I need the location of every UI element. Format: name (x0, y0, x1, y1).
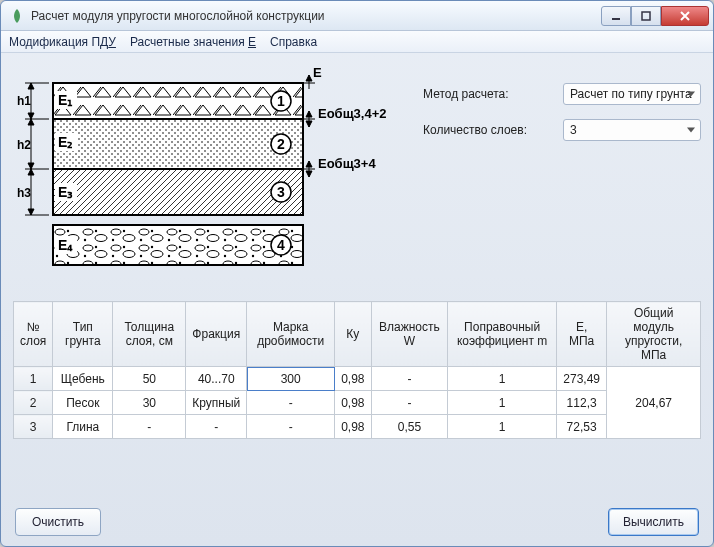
method-label: Метод расчета: (423, 87, 553, 101)
cell-thickness[interactable]: 50 (113, 367, 186, 391)
button-row: Очистить Вычислить (13, 504, 701, 536)
svg-text:4: 4 (277, 237, 285, 253)
svg-rect-15 (53, 83, 303, 119)
col-coeff: Поправочный коэффициент m (448, 302, 557, 367)
col-thickness: Толщина слоя, см (113, 302, 186, 367)
cell-e[interactable]: 112,3 (556, 391, 606, 415)
table-row: 1 Щебень 50 40...70 300 0,98 - 1 273,49 … (14, 367, 701, 391)
layers-value: 3 (570, 123, 577, 137)
cell-e[interactable]: 273,49 (556, 367, 606, 391)
app-icon (9, 8, 25, 24)
cell-coeff[interactable]: 1 (448, 367, 557, 391)
cell-moisture[interactable]: - (371, 391, 448, 415)
svg-text:3: 3 (277, 184, 285, 200)
cell-thickness[interactable]: - (113, 415, 186, 439)
clear-button[interactable]: Очистить (15, 508, 101, 536)
window-controls (601, 6, 709, 26)
col-crush: Марка дробимости (247, 302, 335, 367)
svg-rect-18 (53, 225, 303, 265)
top-area: Е Еобщ3,4+2 Еобщ3+4 1 2 3 (13, 63, 701, 293)
col-e: Е, МПа (556, 302, 606, 367)
client-area: Е Еобщ3,4+2 Еобщ3+4 1 2 3 (1, 53, 713, 546)
app-window: Расчет модуля упругости многослойной кон… (0, 0, 714, 547)
chevron-down-icon (687, 128, 695, 133)
svg-rect-17 (53, 169, 303, 215)
svg-text:1: 1 (277, 93, 285, 109)
menubar: Модификация ПДУ Расчетные значения Е Спр… (1, 31, 713, 53)
cell-type[interactable]: Щебень (53, 367, 113, 391)
cell-coeff[interactable]: 1 (448, 391, 557, 415)
cell-num: 3 (14, 415, 53, 439)
svg-text:h1: h1 (17, 94, 31, 108)
layers-table: № слоя Тип грунта Толщина слоя, см Фракц… (13, 301, 701, 439)
svg-text:h2: h2 (17, 138, 31, 152)
svg-rect-16 (53, 119, 303, 169)
cell-type[interactable]: Песок (53, 391, 113, 415)
cell-type[interactable]: Глина (53, 415, 113, 439)
svg-text:E₂: E₂ (58, 134, 73, 150)
cell-crush[interactable]: - (247, 415, 335, 439)
menu-help[interactable]: Справка (270, 35, 317, 49)
cell-moisture[interactable]: - (371, 367, 448, 391)
col-ku: Ку (335, 302, 371, 367)
cell-num: 1 (14, 367, 53, 391)
table-row: 2 Песок 30 Крупный - 0,98 - 1 112,3 (14, 391, 701, 415)
svg-text:E₄: E₄ (58, 237, 73, 253)
col-moisture: Влажность W (371, 302, 448, 367)
col-total: Общий модуль упругости, МПа (607, 302, 701, 367)
close-button[interactable] (661, 6, 709, 26)
cell-ku[interactable]: 0,98 (335, 367, 371, 391)
method-combo[interactable]: Расчет по типу грунта (563, 83, 701, 105)
compute-button[interactable]: Вычислить (608, 508, 699, 536)
cell-num: 2 (14, 391, 53, 415)
layers-diagram: Е Еобщ3,4+2 Еобщ3+4 1 2 3 (13, 63, 393, 293)
method-row: Метод расчета: Расчет по типу грунта (423, 83, 701, 105)
svg-text:E₃: E₃ (58, 184, 73, 200)
col-num: № слоя (14, 302, 53, 367)
cell-fraction[interactable]: Крупный (186, 391, 247, 415)
table-header-row: № слоя Тип грунта Толщина слоя, см Фракц… (14, 302, 701, 367)
svg-text:2: 2 (277, 136, 285, 152)
col-type: Тип грунта (53, 302, 113, 367)
svg-text:h3: h3 (17, 186, 31, 200)
col-fraction: Фракция (186, 302, 247, 367)
cell-e[interactable]: 72,53 (556, 415, 606, 439)
layers-label: Количество слоев: (423, 123, 553, 137)
cell-crush[interactable]: 300 (247, 367, 335, 391)
cell-fraction[interactable]: 40...70 (186, 367, 247, 391)
svg-text:E₁: E₁ (58, 92, 73, 108)
method-value: Расчет по типу грунта (570, 87, 692, 101)
cell-thickness[interactable]: 30 (113, 391, 186, 415)
cell-moisture[interactable]: 0,55 (371, 415, 448, 439)
cell-ku[interactable]: 0,98 (335, 415, 371, 439)
cell-fraction[interactable]: - (186, 415, 247, 439)
layers-row: Количество слоев: 3 (423, 119, 701, 141)
svg-text:Еобщ3+4: Еобщ3+4 (318, 156, 376, 171)
window-title: Расчет модуля упругости многослойной кон… (31, 9, 601, 23)
table-row: 3 Глина - - - 0,98 0,55 1 72,53 (14, 415, 701, 439)
cell-ku[interactable]: 0,98 (335, 391, 371, 415)
minimize-button[interactable] (601, 6, 631, 26)
svg-rect-0 (612, 18, 620, 20)
cell-crush[interactable]: - (247, 391, 335, 415)
menu-calculated-values[interactable]: Расчетные значения Е (130, 35, 256, 49)
controls-panel: Метод расчета: Расчет по типу грунта Кол… (423, 63, 701, 293)
menu-modification[interactable]: Модификация ПДУ (9, 35, 116, 49)
layers-combo[interactable]: 3 (563, 119, 701, 141)
chevron-down-icon (687, 92, 695, 97)
svg-text:Е: Е (313, 65, 322, 80)
svg-rect-1 (642, 12, 650, 20)
svg-text:Еобщ3,4+2: Еобщ3,4+2 (318, 106, 387, 121)
titlebar: Расчет модуля упругости многослойной кон… (1, 1, 713, 31)
maximize-button[interactable] (631, 6, 661, 26)
cell-coeff[interactable]: 1 (448, 415, 557, 439)
cell-total: 204,67 (607, 367, 701, 439)
